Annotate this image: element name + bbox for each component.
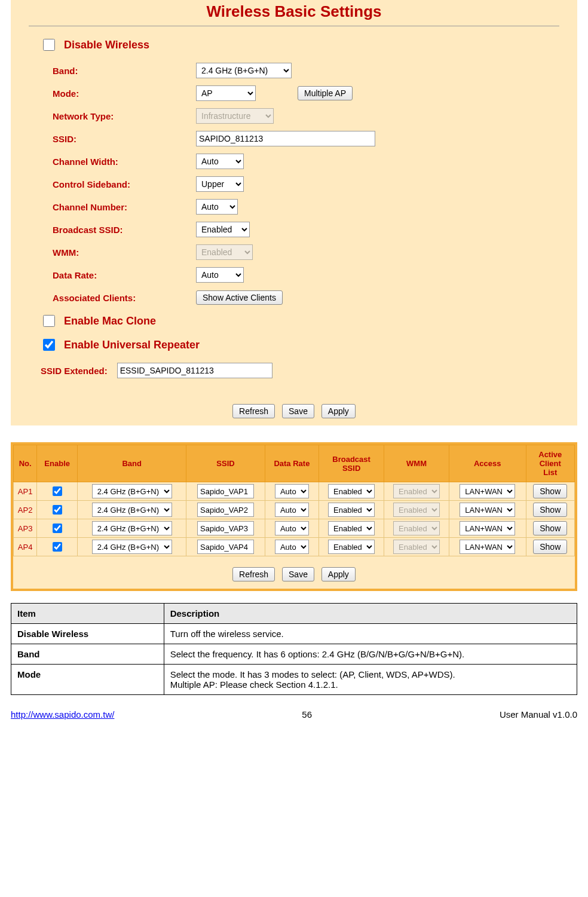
wmm-select: Enabled — [196, 244, 253, 260]
enable-universal-repeater-checkbox[interactable] — [43, 339, 55, 351]
disable-wireless-label: Disable Wireless — [64, 39, 149, 51]
band-label: Band: — [41, 66, 196, 76]
vap-show-button[interactable]: Show — [533, 503, 567, 517]
page-title: Wireless Basic Settings — [29, 0, 559, 26]
desc-item: Disable Wireless — [11, 624, 164, 644]
vap-rate-select[interactable]: Auto — [275, 540, 309, 554]
form-button-row: Refresh Save Apply — [11, 393, 577, 425]
vap-apply-button[interactable]: Apply — [321, 567, 356, 581]
vap-row: AP42.4 GHz (B+G+N)AutoEnabledEnabledLAN+… — [14, 538, 575, 556]
vap-band-select[interactable]: 2.4 GHz (B+G+N) — [92, 540, 172, 554]
vap-save-button[interactable]: Save — [282, 567, 314, 581]
vap-broadcast-select[interactable]: Enabled — [328, 540, 375, 554]
vap-header-active-client: Active Client List — [526, 445, 574, 482]
network-type-label: Network Type: — [41, 111, 196, 121]
description-table: Item Description Disable WirelessTurn of… — [11, 603, 577, 695]
vap-row: AP22.4 GHz (B+G+N)AutoEnabledEnabledLAN+… — [14, 501, 575, 519]
vap-no: AP4 — [14, 538, 37, 556]
mode-select[interactable]: AP — [196, 85, 256, 101]
vap-enable-checkbox[interactable] — [53, 523, 62, 533]
vap-access-select[interactable]: LAN+WAN — [460, 484, 515, 498]
vap-band-select[interactable]: 2.4 GHz (B+G+N) — [92, 484, 172, 498]
vap-access-select[interactable]: LAN+WAN — [460, 503, 515, 517]
vap-ssid-input[interactable] — [197, 503, 254, 517]
broadcast-ssid-select[interactable]: Enabled — [196, 222, 250, 237]
apply-button[interactable]: Apply — [321, 404, 356, 418]
desc-text: Select the mode. It has 3 modes to selec… — [164, 665, 577, 695]
vap-row: AP32.4 GHz (B+G+N)AutoEnabledEnabledLAN+… — [14, 519, 575, 538]
data-rate-select[interactable]: Auto — [196, 267, 244, 283]
vap-wmm-select: Enabled — [393, 521, 440, 535]
vap-show-button[interactable]: Show — [533, 521, 567, 535]
wireless-settings-panel: Wireless Basic Settings Disable Wireless… — [11, 0, 577, 425]
wmm-label: WMM: — [41, 247, 196, 258]
mode-label: Mode: — [41, 88, 196, 99]
vap-no: AP3 — [14, 519, 37, 538]
page-number: 56 — [114, 709, 500, 720]
vap-rate-select[interactable]: Auto — [275, 521, 309, 535]
vap-table: No. Enable Band SSID Data Rate Broadcast… — [13, 445, 575, 556]
vap-wmm-select: Enabled — [393, 540, 440, 554]
desc-header-desc: Description — [164, 604, 577, 624]
ssid-input[interactable] — [196, 131, 375, 146]
channel-width-label: Channel Width: — [41, 157, 196, 167]
vap-header-band: Band — [78, 445, 186, 482]
vap-header-access: Access — [449, 445, 526, 482]
vap-button-row: Refresh Save Apply — [13, 556, 575, 589]
vap-rate-select[interactable]: Auto — [275, 484, 309, 498]
vap-panel: No. Enable Band SSID Data Rate Broadcast… — [11, 442, 577, 591]
enable-universal-repeater-label: Enable Universal Repeater — [64, 339, 200, 351]
vap-header-no: No. — [14, 445, 37, 482]
multiple-ap-button[interactable]: Multiple AP — [298, 86, 353, 100]
vap-refresh-button[interactable]: Refresh — [232, 567, 275, 581]
save-button[interactable]: Save — [282, 404, 314, 418]
vap-header-ssid: SSID — [186, 445, 265, 482]
vap-broadcast-select[interactable]: Enabled — [328, 484, 375, 498]
vap-header-wmm: WMM — [384, 445, 449, 482]
show-active-clients-button[interactable]: Show Active Clients — [196, 290, 283, 305]
vap-show-button[interactable]: Show — [533, 484, 567, 498]
vap-wmm-select: Enabled — [393, 503, 440, 517]
divider — [29, 26, 559, 26]
data-rate-label: Data Rate: — [41, 270, 196, 280]
vap-band-select[interactable]: 2.4 GHz (B+G+N) — [92, 503, 172, 517]
vap-enable-checkbox[interactable] — [53, 505, 62, 515]
ssid-label: SSID: — [41, 134, 196, 144]
control-sideband-select[interactable]: Upper — [196, 176, 244, 192]
vap-band-select[interactable]: 2.4 GHz (B+G+N) — [92, 521, 172, 535]
enable-mac-clone-checkbox[interactable] — [43, 315, 55, 327]
associated-clients-label: Associated Clients: — [41, 293, 196, 303]
vap-header-enable: Enable — [37, 445, 78, 482]
desc-text: Turn off the wireless service. — [164, 624, 577, 644]
enable-mac-clone-label: Enable Mac Clone — [64, 315, 156, 327]
vap-access-select[interactable]: LAN+WAN — [460, 521, 515, 535]
desc-header-item: Item — [11, 604, 164, 624]
vap-header-data-rate: Data Rate — [265, 445, 319, 482]
channel-width-select[interactable]: Auto — [196, 154, 244, 169]
vap-broadcast-select[interactable]: Enabled — [328, 503, 375, 517]
version-text: User Manual v1.0.0 — [500, 709, 577, 720]
control-sideband-label: Control Sideband: — [41, 179, 196, 189]
footer-url[interactable]: http://www.sapido.com.tw/ — [11, 709, 114, 720]
refresh-button[interactable]: Refresh — [232, 404, 275, 418]
vap-header-broadcast-ssid: Broadcast SSID — [319, 445, 384, 482]
desc-row: ModeSelect the mode. It has 3 modes to s… — [11, 665, 577, 695]
desc-text: Select the frequency. It has 6 options: … — [164, 644, 577, 665]
vap-no: AP1 — [14, 482, 37, 501]
vap-broadcast-select[interactable]: Enabled — [328, 521, 375, 535]
vap-rate-select[interactable]: Auto — [275, 503, 309, 517]
ssid-extended-input[interactable] — [117, 363, 272, 378]
vap-enable-checkbox[interactable] — [53, 542, 62, 552]
vap-access-select[interactable]: LAN+WAN — [460, 540, 515, 554]
desc-item: Band — [11, 644, 164, 665]
disable-wireless-checkbox[interactable] — [43, 39, 55, 51]
vap-ssid-input[interactable] — [197, 484, 254, 498]
channel-number-select[interactable]: Auto — [196, 199, 238, 215]
vap-ssid-input[interactable] — [197, 540, 254, 554]
vap-wmm-select: Enabled — [393, 484, 440, 498]
vap-ssid-input[interactable] — [197, 521, 254, 535]
band-select[interactable]: 2.4 GHz (B+G+N) — [196, 63, 292, 78]
network-type-select: Infrastructure — [196, 108, 274, 124]
vap-show-button[interactable]: Show — [533, 540, 567, 554]
vap-enable-checkbox[interactable] — [53, 486, 62, 496]
